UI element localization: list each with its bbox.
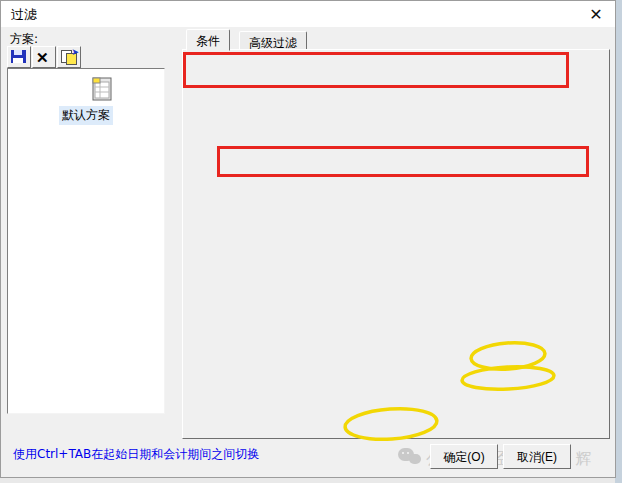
tab-conditions[interactable]: 条件: [186, 29, 230, 51]
scheme-item-default[interactable]: 默认方案: [59, 106, 113, 125]
filter-dialog: 过滤 ✕ 方案: ✕ ➤ 默认方案 条件 高级过滤 起始日期:: [0, 0, 616, 478]
scheme-item-icon: [89, 75, 115, 106]
save-icon: [11, 50, 26, 63]
copy-icon: ➤: [61, 50, 77, 64]
tab-conditions-label: 条件: [196, 34, 220, 48]
title-bar[interactable]: 过滤 ✕: [1, 1, 615, 27]
delete-icon: ✕: [36, 50, 49, 65]
close-icon[interactable]: ✕: [583, 3, 609, 25]
copy-scheme-button[interactable]: ➤: [57, 46, 81, 68]
dialog-title: 过滤: [11, 6, 37, 24]
save-scheme-button[interactable]: [7, 46, 31, 68]
tab-advanced-filter[interactable]: 高级过滤: [239, 31, 307, 50]
ok-button[interactable]: 确定(O): [430, 444, 498, 469]
tab-advanced-filter-label: 高级过滤: [249, 36, 297, 50]
hint-text: 使用Ctrl+TAB在起始日期和会计期间之间切换: [13, 446, 259, 463]
tab-page-conditions: [182, 49, 610, 439]
delete-scheme-button[interactable]: ✕: [32, 46, 56, 68]
cancel-button[interactable]: 取消(E): [503, 444, 571, 469]
wechat-icon: [398, 448, 424, 468]
background-strip: [615, 0, 622, 483]
